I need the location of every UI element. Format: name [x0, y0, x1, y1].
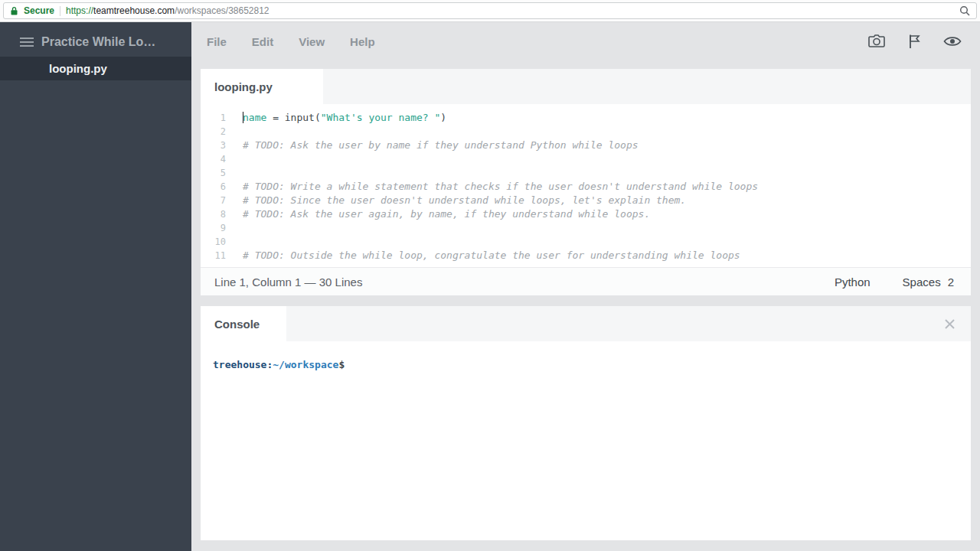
menu-item-file[interactable]: File [207, 35, 227, 48]
hamburger-icon[interactable] [20, 37, 34, 47]
flag-icon[interactable] [907, 34, 921, 49]
url-path: /workspaces/38652812 [175, 5, 269, 16]
code-line[interactable]: 2 [201, 125, 971, 139]
workspace-title: Practice While Lo… [41, 35, 155, 49]
console-tab-label: Console [214, 318, 260, 331]
code-line[interactable]: 11# TODO: Outside the while loop, congra… [201, 249, 971, 262]
indent-setting[interactable]: Spaces 2 [903, 276, 954, 289]
line-number: 9 [201, 221, 226, 235]
close-icon[interactable] [944, 318, 956, 330]
lock-icon[interactable] [10, 6, 18, 16]
console-terminal[interactable]: treehouse:~/workspace$ [201, 341, 971, 540]
console-tab[interactable]: Console [201, 306, 286, 341]
code-line[interactable]: 8# TODO: Ask the user again, by name, if… [201, 207, 971, 221]
editor-tabstrip: looping.py [201, 69, 971, 104]
editor-panel: looping.py 1name = input("What's your na… [201, 69, 971, 295]
workspace-title-row: Practice While Lo… [0, 22, 191, 57]
code-text: # TODO: Since the user doesn't understan… [226, 194, 686, 207]
line-number: 11 [201, 249, 226, 262]
line-number: 8 [201, 207, 226, 221]
omnibox-divider [60, 6, 60, 16]
magnifier-icon[interactable] [959, 5, 970, 16]
code-text [226, 166, 243, 180]
line-number: 10 [201, 235, 226, 249]
code-line[interactable]: 7# TODO: Since the user doesn't understa… [201, 194, 971, 207]
indent-label: Spaces [903, 276, 941, 289]
code-text [226, 221, 243, 235]
line-number: 2 [201, 125, 226, 139]
prompt-user: treehouse [213, 359, 266, 370]
code-text: # TODO: Outside the while loop, congratu… [226, 249, 740, 262]
file-name-label: looping.py [49, 62, 107, 75]
code-text [226, 235, 243, 249]
cursor-position-label: Line 1, Column 1 — 30 Lines [214, 276, 362, 289]
code-line[interactable]: 1name = input("What's your name? ") [201, 111, 971, 125]
menu-item-edit[interactable]: Edit [252, 35, 273, 48]
code-text: # TODO: Ask the user again, by name, if … [226, 207, 650, 221]
code-line[interactable]: 4 [201, 152, 971, 166]
editor-tab-label: looping.py [214, 80, 273, 93]
editor-tab-looping-py[interactable]: looping.py [201, 69, 323, 104]
workspace-menubar: FileEditViewHelp [191, 22, 980, 60]
line-number: 6 [201, 180, 226, 194]
menu-items: FileEditViewHelp [207, 35, 375, 48]
editor-statusbar: Line 1, Column 1 — 30 Lines Python Space… [201, 267, 971, 295]
url-scheme: https:// [66, 5, 93, 16]
prompt-symbol: $ [338, 359, 345, 370]
line-number: 5 [201, 166, 226, 180]
indent-value: 2 [948, 276, 954, 289]
url-domain: teamtreehouse.com [93, 5, 175, 16]
code-line[interactable]: 5 [201, 166, 971, 180]
menu-item-view[interactable]: View [299, 35, 325, 48]
line-number: 4 [201, 152, 226, 166]
console-tabstrip: Console [201, 306, 971, 341]
menubar-icons [868, 34, 962, 49]
url-field[interactable]: Secure https://teamtreehouse.com/workspa… [3, 2, 977, 19]
console-panel: Console treehouse:~/workspace$ [201, 306, 971, 540]
line-number: 3 [201, 139, 226, 152]
code-line[interactable]: 3# TODO: Ask the user by name if they un… [201, 139, 971, 152]
menu-item-help[interactable]: Help [350, 35, 375, 48]
code-line[interactable]: 6# TODO: Write a while statement that ch… [201, 180, 971, 194]
browser-address-bar: Secure https://teamtreehouse.com/workspa… [0, 0, 980, 22]
line-number: 7 [201, 194, 226, 207]
code-line[interactable]: 10 [201, 235, 971, 249]
file-sidebar: Practice While Lo… looping.py [0, 22, 191, 551]
sidebar-file-looping-py[interactable]: looping.py [0, 57, 191, 80]
prompt-path: ~/workspace [273, 359, 338, 370]
code-text [226, 152, 243, 166]
secure-label: Secure [24, 5, 54, 16]
camera-icon[interactable] [868, 34, 885, 48]
code-text: # TODO: Write a while statement that che… [226, 180, 758, 194]
code-line[interactable]: 9 [201, 221, 971, 235]
terminal-prompt: treehouse:~/workspace$ [213, 359, 959, 370]
eye-icon[interactable] [943, 35, 962, 47]
language-mode[interactable]: Python [835, 276, 871, 289]
url-text: https://teamtreehouse.com/workspaces/386… [66, 5, 270, 16]
line-number: 1 [201, 111, 226, 125]
code-text: name = input("What's your name? ") [226, 111, 446, 125]
code-text: # TODO: Ask the user by name if they und… [226, 139, 639, 152]
code-lines[interactable]: 1name = input("What's your name? ")23# T… [201, 104, 971, 267]
code-text [226, 125, 243, 139]
